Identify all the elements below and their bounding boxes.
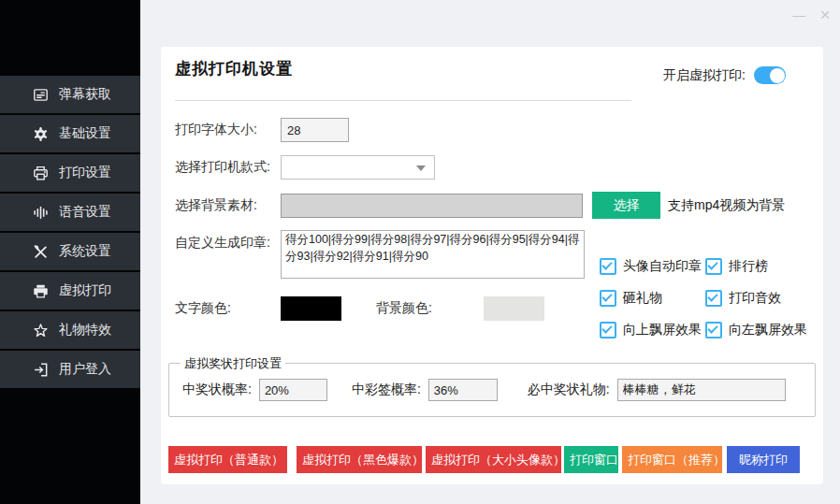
checkbox-label: 向上飘屏效果 — [623, 322, 702, 338]
checkbox-float-left-effect[interactable]: 向左飘屏效果 — [705, 322, 807, 338]
chevron-down-icon — [416, 166, 426, 171]
checkbox-label: 打印音效 — [729, 290, 781, 307]
guaranteed-gift-label: 必中奖状礼物: — [528, 382, 610, 398]
font-size-input[interactable] — [281, 118, 349, 142]
custom-seal-textarea[interactable]: 得分100|得分99|得分98|得分97|得分96|得分95|得分94|得分93… — [281, 230, 585, 279]
checkbox-label: 砸礼物 — [623, 290, 662, 307]
checkbox-float-up-effect[interactable]: 向上飘屏效果 — [600, 322, 705, 338]
sidebar-item-label: 语音设置 — [59, 204, 111, 221]
bg-color-label: 背景颜色: — [376, 300, 484, 317]
checkbox-print-sound[interactable]: 打印音效 — [705, 290, 807, 307]
sidebar-item-system-settings[interactable]: 系统设置 — [0, 233, 140, 270]
award-probability-input[interactable] — [259, 379, 327, 401]
toggle-label: 开启虚拟打印: — [663, 67, 746, 84]
checkbox-label: 排行榜 — [729, 258, 768, 275]
virtual-print-toggle-row: 开启虚拟打印: — [663, 66, 786, 84]
sidebar-item-user-login[interactable]: 用户登入 — [0, 351, 140, 388]
checkbox-checked-icon — [705, 322, 722, 338]
background-material-label: 选择背景素材: — [175, 197, 281, 214]
lottery-probability-input[interactable] — [428, 379, 498, 401]
gift-effects-icon — [33, 323, 49, 338]
checkbox-smash-gift[interactable]: 砸礼物 — [600, 290, 705, 307]
sidebar-item-print-settings[interactable]: 打印设置 — [0, 154, 140, 192]
print-window-recommended-button[interactable]: 打印窗口（推荐） — [622, 446, 722, 473]
title-divider — [175, 100, 631, 101]
checkbox-checked-icon — [705, 258, 722, 275]
sidebar-item-label: 基础设置 — [59, 125, 111, 142]
app-window: 弹幕获取 基础设置 打印设置 语音设置 系统设置 — [0, 0, 840, 504]
window-controls: — ✕ — [792, 5, 831, 25]
virtual-print-toggle[interactable] — [754, 66, 786, 84]
close-button[interactable]: ✕ — [819, 5, 831, 25]
virtual-print-avatar-button[interactable]: 虚拟打印（大小头像款） — [426, 446, 561, 473]
sidebar-item-label: 用户登入 — [59, 361, 111, 378]
sidebar: 弹幕获取 基础设置 打印设置 语音设置 系统设置 — [0, 0, 140, 504]
background-material-row: 选择背景素材: 选择 支持mp4视频为背景 — [175, 192, 785, 219]
printer-style-label: 选择打印机款式: — [175, 159, 281, 176]
sidebar-item-label: 虚拟打印 — [59, 282, 111, 299]
gear-icon — [33, 126, 49, 142]
print-window-button[interactable]: 打印窗口 — [564, 446, 618, 473]
login-icon — [33, 362, 49, 378]
checkbox-auto-avatar-seal[interactable]: 头像自动印章 — [600, 258, 705, 275]
choose-background-button[interactable]: 选择 — [592, 192, 660, 219]
virtual-print-black-button[interactable]: 虚拟打印（黑色爆款） — [297, 446, 422, 473]
minimize-button[interactable]: — — [792, 5, 805, 25]
font-size-row: 打印字体大小: — [175, 118, 349, 142]
sidebar-item-label: 打印设置 — [59, 165, 111, 181]
award-probability-label: 中奖状概率: — [182, 382, 252, 398]
page-title: 虚拟打印机设置 — [175, 58, 293, 79]
text-color-label: 文字颜色: — [175, 300, 281, 317]
checkbox-checked-icon — [705, 290, 722, 307]
checkbox-checked-icon — [600, 322, 616, 338]
sidebar-item-label: 系统设置 — [59, 243, 111, 260]
main-area: — ✕ 虚拟打印机设置 开启虚拟打印: 打印字体大小: 选择打印机款式: — [140, 0, 840, 504]
guaranteed-gift-group: 必中奖状礼物: — [528, 379, 786, 401]
settings-card: 虚拟打印机设置 开启虚拟打印: 打印字体大小: 选择打印机款式: — [161, 47, 823, 484]
checkbox-label: 头像自动印章 — [623, 258, 702, 275]
sidebar-item-danmaku[interactable]: 弹幕获取 — [0, 76, 140, 113]
checkbox-checked-icon — [600, 290, 616, 307]
award-print-settings-group: 虚拟奖状打印设置 中奖状概率: 中彩签概率: 必中奖状礼物: — [168, 363, 816, 417]
mp4-hint-text: 支持mp4视频为背景 — [668, 197, 785, 214]
text-color-swatch[interactable] — [281, 296, 341, 321]
printer-style-row: 选择打印机款式: — [175, 155, 435, 180]
sidebar-item-label: 礼物特效 — [59, 322, 111, 338]
checkbox-label: 向左飘屏效果 — [729, 322, 807, 338]
voice-icon — [33, 205, 49, 221]
tools-icon — [33, 244, 49, 260]
background-material-input[interactable] — [281, 194, 583, 218]
award-group-legend: 虚拟奖状打印设置 — [181, 355, 285, 372]
sidebar-item-gift-effects[interactable]: 礼物特效 — [0, 311, 140, 349]
printer-style-select[interactable] — [281, 155, 435, 180]
sidebar-item-voice-settings[interactable]: 语音设置 — [0, 194, 140, 231]
lottery-probability-label: 中彩签概率: — [352, 382, 421, 398]
colors-row: 文字颜色: 背景颜色: — [175, 296, 544, 321]
award-probability-group: 中奖状概率: — [182, 379, 327, 401]
virtual-print-normal-button[interactable]: 虚拟打印（普通款） — [168, 446, 287, 473]
checkbox-ranking[interactable]: 排行榜 — [705, 258, 807, 275]
virtual-printer-icon — [33, 283, 49, 299]
custom-seal-row: 自定义生成印章: 得分100|得分99|得分98|得分97|得分96|得分95|… — [175, 230, 585, 279]
bg-color-swatch[interactable] — [484, 296, 544, 321]
custom-seal-label: 自定义生成印章: — [175, 230, 281, 252]
font-size-label: 打印字体大小: — [175, 122, 281, 138]
options-checkbox-grid: 头像自动印章 排行榜 砸礼物 打印音效 向上飘屏效果 — [600, 258, 807, 338]
lottery-probability-group: 中彩签概率: — [352, 379, 498, 401]
nickname-print-button[interactable]: 昵称打印 — [727, 446, 800, 473]
printer-icon — [33, 166, 49, 181]
checkbox-checked-icon — [600, 258, 616, 275]
danmaku-icon — [33, 87, 49, 103]
sidebar-item-label: 弹幕获取 — [59, 86, 111, 103]
sidebar-item-basic-settings[interactable]: 基础设置 — [0, 115, 140, 152]
guaranteed-gift-input[interactable] — [617, 379, 786, 401]
sidebar-item-virtual-print[interactable]: 虚拟打印 — [0, 272, 140, 310]
